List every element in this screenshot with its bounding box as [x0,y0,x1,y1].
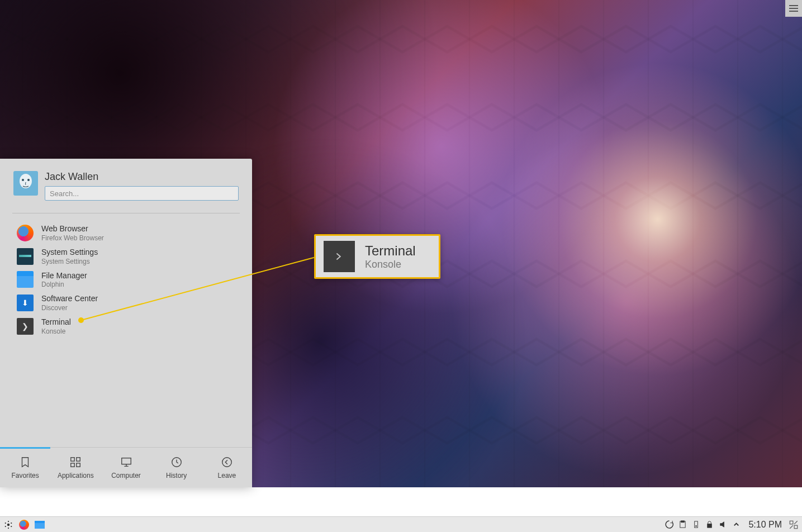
svg-rect-7 [77,457,80,460]
search-input[interactable] [45,186,239,201]
svg-rect-10 [121,458,131,464]
hamburger-icon [789,4,798,13]
svg-rect-26 [708,524,712,528]
svg-point-4 [22,179,24,181]
svg-point-16 [8,520,9,521]
svg-rect-1 [789,8,798,9]
svg-rect-9 [77,463,80,466]
svg-point-12 [222,457,232,467]
show-desktop-button[interactable] [789,519,799,530]
clock-icon [170,456,183,468]
back-icon [221,456,233,468]
svg-point-21 [5,522,6,523]
svg-point-25 [695,525,696,526]
svg-rect-6 [71,457,74,460]
favorite-item-system-settings[interactable]: System SettingsSystem Settings [13,245,239,268]
tab-favorites[interactable]: Favorites [0,448,50,487]
divider [12,213,240,213]
svg-rect-23 [681,521,685,522]
svg-rect-2 [789,11,798,12]
svg-point-5 [27,179,30,181]
svg-rect-28 [794,525,798,529]
folder-icon [17,271,34,288]
tray-expand[interactable] [730,519,742,530]
fav-title: Web Browser [41,224,104,234]
favorite-item-software-center[interactable]: Software CenterDiscover [13,291,239,315]
avatar-face-icon [17,173,35,193]
tab-leave[interactable]: Leave [202,448,252,487]
settings-icon [17,248,34,265]
svg-point-3 [20,174,32,188]
fav-subtitle: Discover [41,304,98,312]
svg-point-19 [8,527,9,528]
callout-subtitle: Konsole [365,259,416,270]
tab-label: Favorites [11,472,39,479]
fav-subtitle: System Settings [41,258,98,265]
taskbar-firefox[interactable] [17,518,31,531]
grid-icon [69,456,82,468]
device-icon [692,520,700,529]
terminal-icon [324,241,355,272]
tab-label: Applications [58,472,94,479]
fav-subtitle: Konsole [41,327,71,335]
launcher-tabs: Favorites Applications Computer History … [0,447,252,487]
tray-volume[interactable] [717,519,728,530]
tab-computer[interactable]: Computer [101,448,151,487]
folder-icon [35,521,45,529]
svg-point-20 [5,525,6,526]
launcher-header: Jack Wallen [0,159,252,208]
start-menu-button[interactable] [1,518,16,531]
svg-rect-27 [790,521,793,524]
taskbar: 5:10 PM [0,516,802,532]
favorites-list: Web BrowserFirefox Web Browser System Se… [0,221,252,447]
tab-history[interactable]: History [151,448,202,487]
svg-point-18 [11,525,12,526]
callout-title: Terminal [365,243,416,259]
tab-label: Leave [218,472,236,479]
kde-icon [3,520,13,530]
svg-rect-8 [71,463,74,466]
svg-point-17 [11,522,12,523]
fav-subtitle: Dolphin [41,281,87,288]
panel-menu-button[interactable] [785,0,802,17]
user-avatar[interactable] [13,171,38,196]
volume-icon [719,520,727,529]
lock-icon [705,520,714,529]
svg-rect-0 [789,5,798,6]
tray-lock[interactable] [704,519,715,530]
firefox-icon [17,225,34,241]
fav-title: Terminal [41,317,71,327]
terminal-icon [17,318,34,335]
show-desktop-icon [789,520,799,530]
discover-icon [17,294,34,311]
taskbar-clock[interactable]: 5:10 PM [744,520,786,530]
fav-title: System Settings [41,248,98,257]
tab-applications[interactable]: Applications [50,448,101,487]
application-launcher: Jack Wallen Web BrowserFirefox Web Brows… [0,159,252,487]
svg-point-15 [7,523,10,526]
fav-subtitle: Firefox Web Browser [41,234,104,242]
favorite-item-file-manager[interactable]: File ManagerDolphin [13,268,239,292]
tray-device[interactable] [690,519,701,530]
user-name: Jack Wallen [45,171,239,183]
annotation-callout: Terminal Konsole [314,234,440,279]
chevron-up-icon [732,520,741,529]
tab-label: History [166,472,187,479]
clipboard-icon [678,520,687,529]
tray-clipboard[interactable] [677,519,688,530]
tab-label: Computer [111,472,141,479]
tray-updates[interactable] [663,519,675,530]
monitor-icon [120,456,132,468]
bookmark-icon [19,456,31,468]
favorite-item-terminal[interactable]: TerminalKonsole [13,315,239,338]
fav-title: File Manager [41,271,87,281]
update-icon [665,520,673,529]
favorite-item-web-browser[interactable]: Web BrowserFirefox Web Browser [13,221,239,245]
firefox-icon [19,520,29,530]
fav-title: Software Center [41,294,98,303]
taskbar-files[interactable] [32,518,47,531]
